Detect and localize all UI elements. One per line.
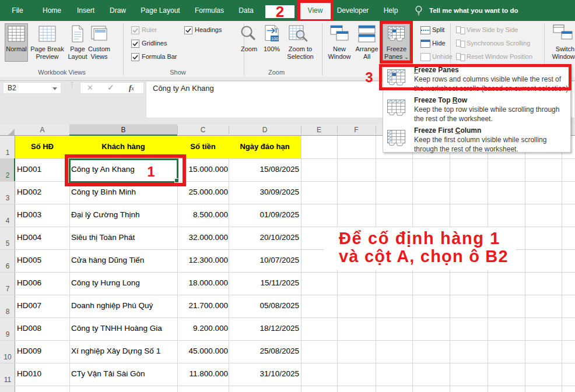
svg-text:100: 100 — [271, 36, 279, 41]
